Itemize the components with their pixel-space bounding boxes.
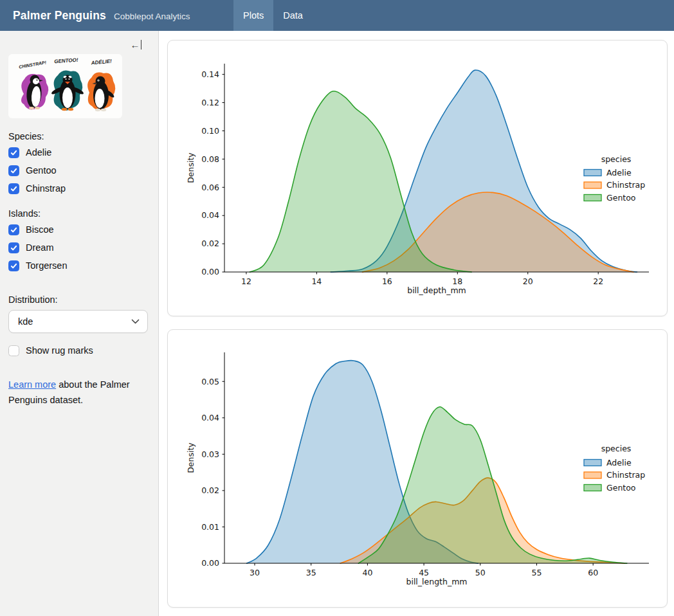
- distribution-selected-value: kde: [18, 316, 33, 327]
- sidebar: ← CHINSTRAP!: [0, 31, 159, 616]
- checkbox-icon: [8, 260, 19, 271]
- checkbox-island-dream[interactable]: Dream: [8, 242, 148, 253]
- checkbox-icon: [8, 224, 19, 235]
- x-axis-label: bill_depth_mm: [407, 285, 466, 295]
- y-tick-label: 0.01: [201, 522, 219, 532]
- checkbox-show-rug-marks[interactable]: Show rug marks: [8, 345, 148, 356]
- tab-data[interactable]: Data: [273, 0, 313, 31]
- checkbox-species-chinstrap[interactable]: Chinstrap: [8, 183, 148, 194]
- y-tick-label: 0.00: [201, 558, 219, 568]
- checkbox-island-biscoe[interactable]: Biscoe: [8, 224, 148, 235]
- main-content: 1214161820220.000.020.040.060.080.100.12…: [159, 31, 674, 616]
- x-tick-label: 20: [523, 276, 533, 286]
- legend-label-chinstrap: Chinstrap: [606, 180, 645, 190]
- y-tick-label: 0.02: [201, 239, 219, 248]
- app-window: { "navbar": { "title": "Palmer Penguins"…: [0, 0, 674, 616]
- legend-label-gentoo: Gentoo: [606, 483, 636, 493]
- plot-card-bill-length: 303540455055600.000.010.020.030.040.05bi…: [167, 329, 668, 608]
- x-axis-label: bill_length_mm: [406, 577, 467, 586]
- x-tick-label: 60: [588, 568, 598, 577]
- y-tick-label: 0.05: [201, 377, 219, 386]
- y-tick-label: 0.06: [201, 183, 219, 192]
- collapse-sidebar-button[interactable]: ←: [131, 40, 142, 50]
- legend-swatch-adelie: [584, 460, 601, 466]
- y-tick-label: 0.08: [201, 154, 219, 164]
- density-plot-bill-length: 303540455055600.000.010.020.030.040.05bi…: [168, 330, 667, 607]
- y-tick-label: 0.04: [201, 413, 219, 422]
- brand: Palmer Penguins Cobblepot Analytics: [0, 9, 190, 23]
- checkbox-icon: [8, 345, 19, 356]
- islands-group-label: Islands:: [8, 208, 148, 219]
- x-tick-label: 45: [419, 568, 429, 577]
- y-axis-label: Density: [186, 152, 196, 183]
- distribution-select[interactable]: kde: [8, 310, 148, 333]
- density-plot-bill-depth: 1214161820220.000.020.040.060.080.100.12…: [168, 41, 667, 316]
- legend-title: species: [601, 444, 632, 453]
- legend-label-adelie: Adelie: [606, 168, 632, 177]
- x-tick-label: 40: [362, 568, 372, 577]
- plot-card-bill-depth: 1214161820220.000.020.040.060.080.100.12…: [167, 40, 668, 316]
- app-subtitle: Cobblepot Analytics: [114, 12, 190, 21]
- y-tick-label: 0.12: [201, 98, 219, 107]
- legend-label-gentoo: Gentoo: [606, 193, 636, 203]
- y-tick-label: 0.00: [201, 267, 219, 276]
- checkbox-species-adelie[interactable]: Adelie: [8, 147, 148, 158]
- y-tick-label: 0.10: [201, 126, 219, 136]
- checkbox-icon: [8, 183, 19, 194]
- checkbox-icon: [8, 165, 19, 176]
- legend-swatch-chinstrap: [584, 182, 601, 188]
- legend-label-chinstrap: Chinstrap: [606, 470, 645, 480]
- y-tick-label: 0.04: [201, 210, 219, 220]
- x-tick-label: 35: [306, 568, 316, 577]
- legend-swatch-adelie: [584, 170, 601, 176]
- collapse-bar: [141, 40, 142, 50]
- x-tick-label: 18: [452, 276, 462, 286]
- chevron-down-icon: [131, 319, 140, 324]
- learn-more-link[interactable]: Learn more: [8, 379, 56, 390]
- y-tick-label: 0.03: [201, 449, 219, 459]
- sidebar-footer-text: Learn more about the Palmer Penguins dat…: [8, 377, 131, 408]
- legend-label-adelie: Adelie: [606, 458, 632, 467]
- penguins-artwork-image: CHINSTRAP! GENTOO!: [8, 54, 122, 118]
- arrow-left-to-bar-icon: ←: [131, 41, 140, 50]
- y-tick-label: 0.02: [201, 485, 219, 495]
- app-title: Palmer Penguins: [13, 9, 106, 23]
- x-tick-label: 12: [241, 276, 251, 286]
- x-tick-label: 50: [475, 568, 486, 577]
- x-tick-label: 14: [311, 276, 322, 286]
- y-tick-label: 0.14: [201, 69, 219, 79]
- tab-plots[interactable]: Plots: [233, 0, 273, 31]
- checkbox-island-torgersen[interactable]: Torgersen: [8, 260, 148, 271]
- checkbox-species-gentoo[interactable]: Gentoo: [8, 165, 148, 176]
- x-tick-label: 30: [250, 568, 260, 577]
- navbar: Palmer Penguins Cobblepot Analytics Plot…: [0, 0, 674, 31]
- legend-title: species: [601, 154, 632, 164]
- y-axis-label: Density: [186, 442, 196, 473]
- legend-swatch-chinstrap: [584, 472, 601, 478]
- species-group-label: Species:: [8, 131, 148, 141]
- checkbox-icon: [8, 147, 19, 158]
- distribution-label: Distribution:: [8, 294, 148, 305]
- x-tick-label: 16: [382, 276, 392, 286]
- x-tick-label: 55: [532, 568, 542, 577]
- checkbox-icon: [8, 242, 19, 253]
- x-tick-label: 22: [593, 276, 603, 286]
- legend-swatch-gentoo: [584, 195, 601, 201]
- legend-swatch-gentoo: [584, 485, 601, 491]
- nav-tabs: Plots Data: [233, 0, 313, 31]
